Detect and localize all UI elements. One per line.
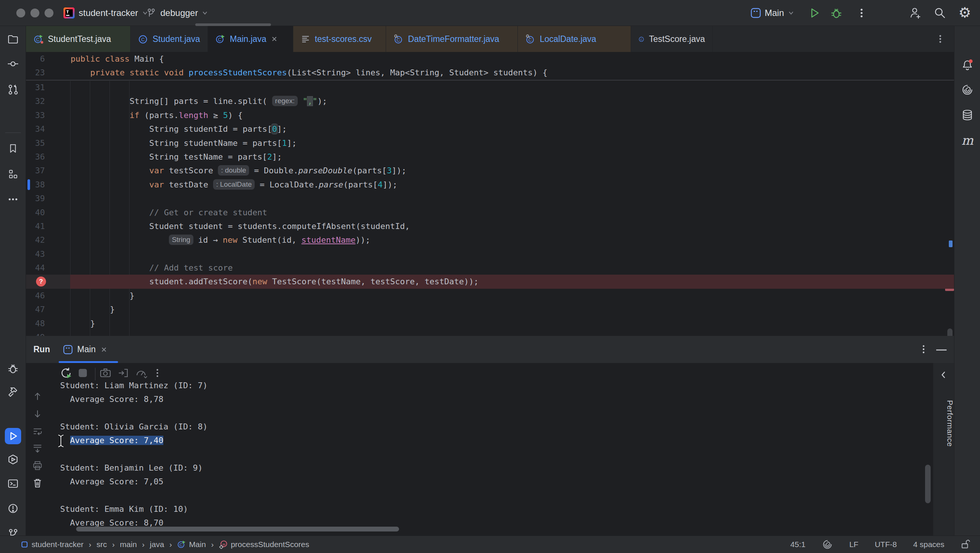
- ai-status-icon[interactable]: [822, 539, 833, 550]
- console-output[interactable]: Student: Liam Martinez (ID: 7) Average S…: [26, 381, 917, 531]
- code-text[interactable]: String id → new Student(id, studentName)…: [70, 233, 954, 247]
- profiler-button[interactable]: [133, 365, 149, 381]
- close-icon[interactable]: [100, 346, 108, 353]
- terminal-tool-button[interactable]: [5, 475, 21, 492]
- maven-button[interactable]: m: [959, 132, 975, 148]
- code-text[interactable]: var testDate : LocalDate = LocalDate.par…: [70, 178, 954, 192]
- pull-requests-tool-button[interactable]: [5, 81, 21, 98]
- code-text[interactable]: if (parts.length ≥ 5) {: [70, 108, 954, 122]
- line-number[interactable]: 46: [26, 289, 70, 302]
- more-tool-windows-button[interactable]: [5, 191, 21, 207]
- breadcrumb-item-class-main[interactable]: C Main: [177, 540, 206, 549]
- tab-test-scores-csv[interactable]: test-scores.csv: [293, 26, 386, 52]
- tab-strip-scrollbar[interactable]: [195, 23, 271, 26]
- tab-datetimeformatter-java[interactable]: C DateTimeFormatter.java: [386, 26, 518, 52]
- line-number[interactable]: 42: [26, 233, 70, 247]
- commit-tool-button[interactable]: [5, 56, 21, 72]
- performance-tab[interactable]: Performance: [933, 400, 955, 447]
- run-button[interactable]: [808, 7, 820, 19]
- caret-position-widget[interactable]: 45:1: [790, 540, 805, 549]
- memory-snapshot-button[interactable]: [97, 365, 114, 381]
- line-number[interactable]: 47: [26, 302, 70, 316]
- search-everywhere-button[interactable]: [933, 6, 947, 20]
- settings-button[interactable]: ⚙: [958, 5, 971, 21]
- code-text[interactable]: student.addTestScore(new TestScore(testN…: [70, 275, 954, 288]
- notifications-button[interactable]: [959, 57, 975, 73]
- hide-panel-button[interactable]: [935, 348, 947, 351]
- tab-student-java[interactable]: C Student.java: [130, 26, 208, 52]
- line-number[interactable]: 37: [26, 164, 70, 177]
- run-configuration-selector[interactable]: Main: [751, 0, 794, 26]
- code-text[interactable]: private static void processStudentScores…: [70, 66, 954, 79]
- code-with-me-button[interactable]: [909, 6, 922, 20]
- code-text[interactable]: var testScore : double = Double.parseDou…: [70, 164, 954, 177]
- line-number[interactable]: 48: [26, 316, 70, 330]
- breadcrumb-item-java[interactable]: java: [150, 540, 164, 549]
- tab-localdate-java[interactable]: C LocalDate.java: [518, 26, 631, 52]
- run-tab-main[interactable]: Main: [63, 336, 108, 363]
- indent-widget[interactable]: 4 spaces: [913, 540, 944, 549]
- line-number[interactable]: 39: [26, 192, 70, 205]
- run-panel-options-button[interactable]: [918, 344, 929, 354]
- line-number[interactable]: 41: [26, 219, 70, 233]
- window-zoom-button[interactable]: [45, 8, 54, 17]
- breadcrumb-item-method[interactable]: m processStudentScores: [219, 540, 309, 549]
- debug-tool-button[interactable]: [5, 361, 21, 377]
- project-widget[interactable]: student-tracker: [63, 0, 148, 26]
- database-button[interactable]: [959, 107, 975, 123]
- services-tool-button[interactable]: [5, 451, 21, 468]
- code-text[interactable]: [70, 247, 954, 261]
- code-text[interactable]: [70, 192, 954, 205]
- tab-main-java[interactable]: C Main.java: [208, 26, 293, 52]
- problems-tool-button[interactable]: [5, 500, 21, 516]
- code-text[interactable]: [70, 330, 954, 336]
- code-text[interactable]: // Add test score: [70, 261, 954, 275]
- line-number[interactable]: 32: [26, 94, 70, 108]
- line-number[interactable]: 38: [26, 178, 70, 192]
- structure-tool-button[interactable]: [5, 166, 21, 182]
- rerun-button[interactable]: [58, 365, 74, 381]
- code-text[interactable]: String testName = parts[2];: [70, 150, 954, 164]
- more-actions-button[interactable]: [856, 8, 867, 19]
- tab-studenttest-java[interactable]: C StudentTest.java: [26, 26, 130, 52]
- breadcrumb-item-src[interactable]: src: [97, 540, 107, 549]
- code-text[interactable]: public class Main {: [70, 52, 954, 66]
- line-ending-widget[interactable]: LF: [850, 540, 859, 549]
- debug-button[interactable]: [830, 7, 843, 19]
- code-text[interactable]: }: [70, 302, 954, 316]
- console-horizontal-scrollbar[interactable]: [76, 527, 399, 531]
- close-icon[interactable]: [270, 35, 278, 43]
- line-number[interactable]: 49: [26, 330, 70, 336]
- project-tool-button[interactable]: [5, 31, 21, 47]
- vcs-branch-widget[interactable]: debugger: [145, 0, 208, 26]
- line-number[interactable]: 44: [26, 261, 70, 275]
- stop-button[interactable]: [75, 365, 91, 381]
- build-tool-button[interactable]: [5, 384, 21, 400]
- code-editor[interactable]: 3132 String[] parts = line.split( regex:…: [26, 52, 954, 336]
- encoding-widget[interactable]: UTF-8: [875, 540, 897, 549]
- code-text[interactable]: String studentId = parts[0];: [70, 122, 954, 136]
- code-text[interactable]: [70, 81, 954, 94]
- tab-list-button[interactable]: [935, 33, 946, 44]
- code-text[interactable]: // Get or create student: [70, 206, 954, 219]
- line-number[interactable]: 36: [26, 150, 70, 164]
- breadcrumb-item-main[interactable]: main: [120, 540, 137, 549]
- console-vertical-scrollbar[interactable]: [925, 465, 931, 503]
- line-number[interactable]: 34: [26, 122, 70, 136]
- breadcrumb-item-project[interactable]: student-tracker: [21, 540, 84, 549]
- code-text[interactable]: }: [70, 289, 954, 302]
- collapse-chevron-icon[interactable]: [939, 370, 948, 379]
- breakpoint-gutter[interactable]: [26, 275, 70, 288]
- dump-threads-button[interactable]: [115, 365, 131, 381]
- lock-open-icon[interactable]: [961, 539, 970, 550]
- line-number[interactable]: 6: [26, 52, 70, 66]
- ai-assistant-button[interactable]: [959, 82, 975, 98]
- code-text[interactable]: String[] parts = line.split( regex: ",")…: [70, 94, 954, 108]
- window-close-button[interactable]: [16, 8, 25, 17]
- line-number[interactable]: 23: [26, 66, 70, 79]
- console-more-button[interactable]: [149, 365, 165, 381]
- run-tool-button[interactable]: [5, 428, 21, 444]
- code-text[interactable]: Student student = students.computeIfAbse…: [70, 219, 954, 233]
- code-text[interactable]: }: [70, 316, 954, 330]
- line-number[interactable]: 33: [26, 108, 70, 122]
